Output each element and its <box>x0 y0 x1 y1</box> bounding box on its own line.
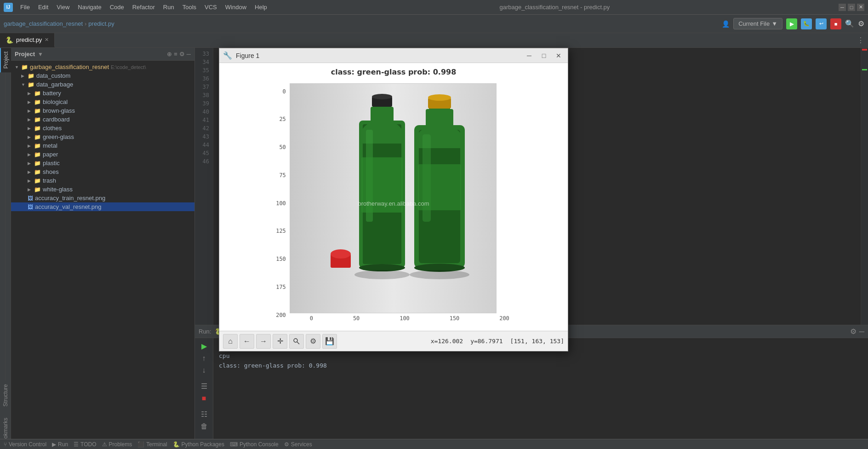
tree-battery[interactable]: ▶ 📁 battery <box>11 89 194 98</box>
tree-accuracy-val[interactable]: 🖼 accuracy_val_resnet.png <box>11 202 194 211</box>
tab-predict-py[interactable]: 🐍 predict.py ✕ <box>0 33 55 47</box>
rerun-button[interactable]: ▶ <box>201 342 207 351</box>
window-title: garbage_classification_resnet - predict.… <box>271 4 839 11</box>
project-minimize-button[interactable]: ─ <box>187 51 191 58</box>
zoom-tool-button[interactable] <box>289 334 304 349</box>
paper-icon: 📁 <box>34 151 41 158</box>
status-run[interactable]: ▶ Run <box>52 441 68 448</box>
status-terminal[interactable]: ⬛ Terminal <box>137 441 167 448</box>
home-tool-button[interactable]: ⌂ <box>223 334 238 349</box>
svg-line-28 <box>297 342 299 344</box>
debug-button[interactable]: 🐛 <box>801 18 812 29</box>
menu-code[interactable]: Code <box>106 2 128 12</box>
brown-glass-arrow: ▶ <box>28 109 34 113</box>
stop-button[interactable]: ■ <box>830 18 841 29</box>
structure-sidebar-label[interactable]: Structure <box>0 380 11 410</box>
build-button[interactable]: ▶ <box>786 18 797 29</box>
menu-help[interactable]: Help <box>251 2 271 12</box>
tree-cardboard[interactable]: ▶ 📁 cardboard <box>11 115 194 124</box>
tree-white-glass[interactable]: ▶ 📁 white-glass <box>11 185 194 194</box>
breadcrumb-file[interactable]: predict.py <box>88 20 114 27</box>
menu-edit[interactable]: Edit <box>34 2 52 12</box>
figure-minimize-button[interactable]: ─ <box>524 51 535 61</box>
pin-button[interactable]: ☷ <box>201 410 207 419</box>
editor-menu-icon[interactable]: ⋮ <box>857 36 864 45</box>
settings-button[interactable]: ⚙ <box>858 19 864 28</box>
breadcrumb-separator: › <box>85 20 86 27</box>
status-python-console[interactable]: ⌨ Python Console <box>230 441 279 448</box>
coverage-button[interactable]: ↩ <box>816 18 827 29</box>
tree-biological[interactable]: ▶ 📁 biological <box>11 98 194 106</box>
root-arrow-icon: ▼ <box>15 65 21 69</box>
stop-run-button[interactable]: ■ <box>202 394 206 403</box>
status-python-packages[interactable]: 🐍 Python Packages <box>173 441 224 448</box>
tree-brown-glass[interactable]: ▶ 📁 brown-glass <box>11 106 194 115</box>
tree-trash[interactable]: ▶ 📁 trash <box>11 176 194 185</box>
tree-plastic[interactable]: ▶ 📁 plastic <box>11 159 194 167</box>
services-icon: ⚙ <box>284 441 289 448</box>
status-services[interactable]: ⚙ Services <box>284 441 312 448</box>
tree-clothes-label: clothes <box>43 125 62 132</box>
status-problems[interactable]: ⚠ Problems <box>102 441 132 448</box>
menu-run[interactable]: Run <box>160 2 178 12</box>
y-label-150: 150 <box>276 256 286 262</box>
tree-accuracy-train[interactable]: 🖼 accuracy_train_resnet.png <box>11 194 194 202</box>
current-file-button[interactable]: Current File ▼ <box>733 18 782 29</box>
tree-clothes[interactable]: ▶ 📁 clothes <box>11 124 194 132</box>
tree-green-glass[interactable]: ▶ 📁 green-glass <box>11 132 194 141</box>
tree-data-custom[interactable]: ▶ 📁 data_custom <box>11 71 194 80</box>
menu-refactor[interactable]: Refactor <box>129 2 159 12</box>
forward-tool-button[interactable]: → <box>256 334 271 349</box>
run-minimize-button[interactable]: ─ <box>859 327 864 336</box>
tab-close-button[interactable]: ✕ <box>45 37 49 43</box>
menu-file[interactable]: File <box>17 2 34 12</box>
terminal-icon: ⬛ <box>137 441 144 448</box>
y-label-100: 100 <box>276 200 286 207</box>
plastic-arrow: ▶ <box>28 161 34 166</box>
menu-bar[interactable]: File Edit View Navigate Code Refactor Ru… <box>17 2 271 12</box>
project-dropdown-arrow[interactable]: ▼ <box>38 51 43 58</box>
console-line-3: class: green-glass prob: 0.998 <box>219 361 862 371</box>
figure-close-button[interactable]: ✕ <box>553 51 564 61</box>
close-button[interactable]: ✕ <box>857 4 864 11</box>
editor-right-gutter <box>861 48 868 325</box>
search-button[interactable]: 🔍 <box>845 19 854 28</box>
adjust-tool-button[interactable]: ⚙ <box>306 334 320 349</box>
run-settings-side-button[interactable]: ☰ <box>201 382 207 391</box>
project-panel-header: Project ▼ ⊕ ≡ ⚙ ─ <box>11 48 194 61</box>
menu-view[interactable]: View <box>53 2 73 12</box>
save-tool-button[interactable]: 💾 <box>322 334 337 349</box>
window-controls[interactable]: ─ □ ✕ <box>839 4 864 11</box>
project-settings-button[interactable]: ⚙ <box>179 51 185 58</box>
biological-icon: 📁 <box>34 99 41 105</box>
pan-tool-button[interactable]: ✛ <box>273 334 287 349</box>
status-todo[interactable]: ☰ TODO <box>74 441 96 448</box>
tree-paper[interactable]: ▶ 📁 paper <box>11 150 194 159</box>
menu-vcs[interactable]: VCS <box>201 2 221 12</box>
tree-metal[interactable]: ▶ 📁 metal <box>11 141 194 150</box>
clear-console-button[interactable]: 🗑 <box>200 422 208 431</box>
tree-root[interactable]: ▼ 📁 garbage_classification_resnet E:\cod… <box>11 63 194 71</box>
breadcrumb-project[interactable]: garbage_classification_resnet <box>4 20 83 27</box>
tree-data-garbage[interactable]: ▼ 📁 data_garbage <box>11 80 194 89</box>
project-collapse-button[interactable]: ≡ <box>174 51 177 58</box>
metal-icon: 📁 <box>34 143 41 149</box>
line-num-34: 34 <box>195 58 209 66</box>
figure-icon: 🔧 <box>223 51 232 60</box>
tree-shoes[interactable]: ▶ 📁 shoes <box>11 167 194 176</box>
back-tool-button[interactable]: ← <box>240 334 254 349</box>
menu-window[interactable]: Window <box>222 2 250 12</box>
project-expand-button[interactable]: ⊕ <box>167 51 172 58</box>
menu-tools[interactable]: Tools <box>179 2 200 12</box>
y-label-25: 25 <box>279 116 286 122</box>
scroll-up-button[interactable]: ↑ <box>202 354 206 363</box>
minimize-button[interactable]: ─ <box>839 4 846 11</box>
maximize-button[interactable]: □ <box>848 4 855 11</box>
run-settings-button[interactable]: ⚙ <box>850 327 857 336</box>
project-sidebar-label[interactable]: Project <box>0 48 11 72</box>
status-vcs[interactable]: ⑂ Version Control <box>4 441 46 448</box>
scroll-down-button[interactable]: ↓ <box>202 366 206 374</box>
figure-maximize-button[interactable]: □ <box>538 51 549 61</box>
plot-canvas[interactable]: brotherway.en.alibaba.com <box>290 83 497 313</box>
menu-navigate[interactable]: Navigate <box>74 2 105 12</box>
